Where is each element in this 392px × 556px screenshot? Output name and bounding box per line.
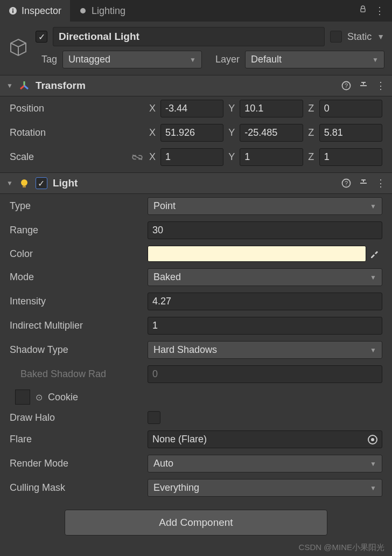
help-icon[interactable]: ? (341, 81, 351, 91)
rotation-y[interactable]: -25.485 (240, 124, 303, 142)
object-picker-icon[interactable] (368, 435, 377, 444)
name-field[interactable]: Directional Light (53, 27, 325, 46)
type-label: Type (10, 200, 144, 212)
rotation-row: Rotation X51.926 Y-25.485 Z5.81 (0, 121, 392, 145)
gameobject-header: ✓ Directional Light Static ▼ Tag Untagge… (0, 22, 392, 72)
baked-shadow-field: 0 (148, 365, 382, 383)
shadow-type-dropdown[interactable]: Hard Shadows▼ (148, 341, 382, 359)
foldout-icon[interactable]: ▼ (6, 82, 13, 89)
cube-icon[interactable] (8, 37, 29, 59)
tab-inspector[interactable]: Inspector (0, 0, 70, 22)
layer-label: Layer (207, 54, 240, 65)
svg-point-3 (80, 8, 86, 13)
lock-icon[interactable] (359, 5, 367, 17)
svg-rect-2 (12, 9, 13, 10)
kebab-icon[interactable]: ⋮ (375, 5, 384, 17)
add-component-button[interactable]: Add Component (65, 510, 327, 536)
kebab-icon[interactable]: ⋮ (376, 177, 386, 189)
rotation-x[interactable]: 51.926 (160, 124, 223, 142)
scale-row: Scale X1 Y1 Z1 (0, 145, 392, 169)
cookie-row: ⊙ Cookie (0, 386, 392, 408)
draw-halo-checkbox[interactable] (148, 411, 160, 424)
color-swatch[interactable] (148, 246, 366, 262)
cookie-settings-icon[interactable]: ⊙ (36, 392, 43, 402)
render-mode-label: Render Mode (10, 458, 144, 469)
tag-label: Tag (36, 54, 57, 65)
axis-y: Y (227, 127, 236, 138)
preset-icon[interactable] (359, 81, 368, 91)
info-icon (9, 6, 17, 15)
rotation-z[interactable]: 5.81 (319, 124, 382, 142)
type-dropdown[interactable]: Point▼ (148, 197, 382, 215)
scale-label: Scale (10, 151, 144, 163)
svg-rect-4 (361, 9, 365, 12)
position-label: Position (10, 103, 144, 114)
svg-point-8 (21, 179, 27, 186)
cookie-label: Cookie (48, 392, 78, 403)
shadow-type-label: Shadow Type (10, 344, 144, 356)
light-header[interactable]: ▼ ✓ Light ? ⋮ (0, 172, 392, 194)
position-z[interactable]: 0 (319, 100, 382, 117)
constrain-icon[interactable] (131, 154, 143, 161)
tab-label: Lighting (92, 5, 125, 17)
flare-label: Flare (10, 434, 144, 445)
svg-text:?: ? (345, 82, 348, 89)
indirect-label: Indirect Multiplier (10, 320, 144, 331)
position-x[interactable]: -3.44 (160, 100, 223, 117)
tab-label: Inspector (22, 5, 61, 17)
position-row: Position X-3.44 Y10.1 Z0 (0, 96, 392, 121)
indirect-field[interactable]: 1 (148, 317, 382, 335)
axis-z: Z (306, 103, 316, 114)
tab-actions: ⋮ (359, 5, 392, 17)
eyedropper-icon[interactable] (369, 249, 382, 259)
preset-icon[interactable] (359, 178, 368, 188)
intensity-field[interactable]: 4.27 (148, 293, 382, 310)
component-title: Light (53, 177, 336, 189)
static-checkbox[interactable] (330, 31, 342, 43)
transform-header[interactable]: ▼ Transform ? ⋮ (0, 75, 392, 96)
scale-y[interactable]: 1 (240, 148, 303, 166)
range-field[interactable]: 30 (148, 221, 382, 239)
axis-x: X (148, 151, 157, 163)
tab-lighting[interactable]: Lighting (70, 0, 134, 22)
axis-z: Z (306, 127, 316, 138)
kebab-icon[interactable]: ⋮ (376, 80, 386, 92)
svg-text:?: ? (345, 180, 348, 186)
static-label: Static (347, 31, 372, 43)
layer-value: Default (251, 54, 282, 65)
culling-mask-label: Culling Mask (10, 482, 144, 494)
scale-z[interactable]: 1 (319, 148, 382, 166)
axis-y: Y (227, 103, 236, 114)
cookie-texture[interactable] (15, 390, 30, 405)
light-icon (79, 6, 87, 15)
baked-shadow-label: Baked Shadow Rad (10, 369, 144, 380)
svg-rect-9 (23, 186, 26, 187)
color-label: Color (10, 248, 144, 260)
scale-x[interactable]: 1 (160, 148, 223, 166)
light-enabled-checkbox[interactable]: ✓ (36, 177, 47, 189)
culling-mask-dropdown[interactable]: Everything▼ (148, 479, 382, 497)
axis-x: X (148, 127, 157, 138)
flare-field[interactable]: None (Flare) (148, 430, 382, 448)
tab-bar: Inspector Lighting ⋮ (0, 0, 392, 22)
axis-x: X (148, 103, 157, 114)
transform-icon (18, 80, 30, 92)
layer-dropdown[interactable]: Default▼ (245, 51, 384, 68)
render-mode-dropdown[interactable]: Auto▼ (148, 455, 382, 472)
foldout-icon[interactable]: ▼ (6, 179, 13, 187)
tag-value: Untagged (68, 54, 110, 65)
tag-dropdown[interactable]: Untagged▼ (62, 51, 202, 68)
component-title: Transform (36, 80, 336, 92)
mode-label: Mode (10, 272, 144, 283)
axis-z: Z (306, 151, 316, 163)
static-dropdown[interactable]: ▼ (377, 32, 384, 41)
lightbulb-icon (18, 177, 30, 189)
axis-y: Y (227, 151, 236, 163)
enabled-checkbox[interactable]: ✓ (36, 31, 47, 43)
intensity-label: Intensity (10, 296, 144, 307)
watermark: CSDN @MINE小果阳光 (299, 543, 384, 553)
help-icon[interactable]: ? (341, 178, 351, 188)
position-y[interactable]: 10.1 (240, 100, 303, 117)
svg-rect-1 (12, 10, 13, 13)
mode-dropdown[interactable]: Baked▼ (148, 268, 382, 286)
